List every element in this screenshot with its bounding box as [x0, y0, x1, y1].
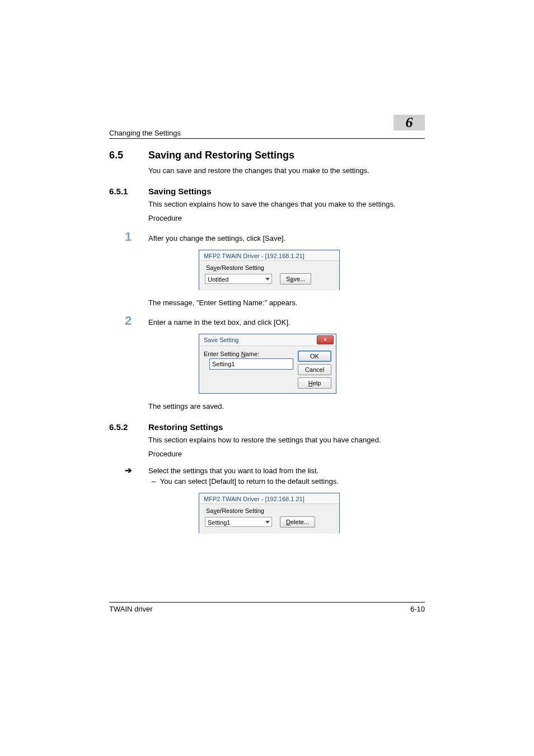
- window-body: Save/Restore Setting Setting1 Delete...: [199, 504, 339, 533]
- window-body: Save/Restore Setting Untitled Save...: [199, 261, 339, 290]
- enter-name-label: Enter Setting Name:: [204, 351, 293, 357]
- groupbox-label: Save/Restore Setting: [206, 507, 334, 514]
- combo-value: Setting1: [208, 519, 230, 526]
- footer-right: 6-10: [410, 605, 425, 613]
- setting-name-combo[interactable]: Setting1: [205, 517, 272, 527]
- step-text: Select the settings that you want to loa…: [148, 466, 425, 475]
- label-part: e/Restore Setting: [217, 507, 264, 514]
- btn-mnemonic: H: [308, 380, 313, 386]
- delete-button[interactable]: Delete...: [280, 516, 315, 528]
- setting-name-combo[interactable]: Untitled: [205, 274, 272, 284]
- label-part: e/Restore Setting: [217, 264, 264, 271]
- heading-6-5: 6.5 Saving and Restoring Settings: [109, 150, 425, 161]
- page-footer: TWAIN driver 6-10: [109, 602, 425, 613]
- step-result: The settings are saved.: [148, 402, 425, 412]
- setting-row: Setting1 Delete...: [205, 516, 334, 528]
- arrow-step: ➔ Select the settings that you want to l…: [109, 465, 425, 475]
- window-title: MFP2 TWAIN Driver - [192.168.1.21]: [199, 493, 339, 504]
- dialog-title: Save Setting: [204, 337, 238, 343]
- label-part: Sa: [206, 507, 213, 514]
- content-area: 6.5 Saving and Restoring Settings You ca…: [109, 143, 425, 541]
- heading-number: 6.5.2: [109, 422, 148, 432]
- chapter-badge: 6: [394, 115, 425, 130]
- section-intro: You can save and restore the changes tha…: [148, 166, 425, 176]
- heading-title: Saving Settings: [148, 186, 212, 196]
- footer-left: TWAIN driver: [109, 605, 153, 613]
- step-number: 2: [109, 314, 148, 328]
- heading-title: Restoring Settings: [148, 422, 223, 432]
- heading-6-5-2: 6.5.2 Restoring Settings: [109, 422, 425, 432]
- running-head-text: Changing the Settings: [109, 129, 181, 137]
- dialog-left: Enter Setting Name: Setting1: [204, 351, 293, 389]
- label-part: Enter Setting: [204, 351, 241, 357]
- figure-save-restore-save: MFP2 TWAIN Driver - [192.168.1.21] Save/…: [199, 250, 425, 290]
- groupbox-label: Save/Restore Setting: [206, 264, 334, 271]
- page: Changing the Settings 6 6.5 Saving and R…: [0, 0, 534, 756]
- twain-driver-window: MFP2 TWAIN Driver - [192.168.1.21] Save/…: [199, 493, 340, 533]
- ok-button[interactable]: OK: [298, 351, 331, 362]
- step-text: Enter a name in the text box, and click …: [148, 318, 425, 326]
- twain-driver-window: MFP2 TWAIN Driver - [192.168.1.21] Save/…: [199, 250, 340, 290]
- heading-6-5-1: 6.5.1 Saving Settings: [109, 186, 425, 196]
- dialog-titlebar: Save Setting x: [199, 334, 336, 346]
- btn-part: ve...: [293, 276, 305, 282]
- label-part: ame:: [246, 351, 259, 357]
- label-mnemonic: N: [241, 351, 246, 357]
- figure-save-setting-dialog: Save Setting x Enter Setting Name: Setti…: [199, 334, 425, 394]
- figure-save-restore-delete: MFP2 TWAIN Driver - [192.168.1.21] Save/…: [199, 493, 425, 533]
- btn-mnemonic: D: [286, 519, 291, 525]
- dialog-buttons: OK Cancel Help: [298, 351, 331, 389]
- step-text: After you change the settings, click [Sa…: [148, 234, 425, 242]
- step-1: 1 After you change the settings, click […: [109, 230, 425, 244]
- arrow-icon: ➔: [109, 465, 148, 475]
- heading-number: 6.5.1: [109, 186, 148, 196]
- heading-number: 6.5: [109, 150, 148, 161]
- section-intro: This section explains how to save the ch…: [148, 199, 425, 210]
- save-button[interactable]: Save...: [280, 273, 311, 284]
- btn-part: elp: [313, 380, 321, 386]
- section-intro: This section explains how to restore the…: [148, 435, 425, 446]
- step-number: 1: [109, 230, 148, 244]
- save-setting-dialog: Save Setting x Enter Setting Name: Setti…: [199, 334, 336, 394]
- step-2: 2 Enter a name in the text box, and clic…: [109, 314, 425, 328]
- setting-name-input[interactable]: Setting1: [209, 358, 293, 370]
- help-button[interactable]: Help: [298, 377, 331, 389]
- dialog-body: Enter Setting Name: Setting1 OK Cancel H…: [199, 346, 336, 393]
- procedure-label: Procedure: [148, 213, 425, 224]
- label-part: Sa: [206, 264, 213, 271]
- procedure-label: Procedure: [148, 449, 425, 460]
- combo-value: Untitled: [208, 276, 228, 283]
- running-head-rule: Changing the Settings: [109, 129, 425, 139]
- window-title: MFP2 TWAIN Driver - [192.168.1.21]: [199, 250, 339, 261]
- close-icon[interactable]: x: [317, 335, 334, 344]
- step-result: The message, "Enter Setting Name:" appea…: [148, 298, 425, 309]
- setting-row: Untitled Save...: [205, 273, 334, 284]
- heading-title: Saving and Restoring Settings: [148, 150, 294, 161]
- cancel-button[interactable]: Cancel: [298, 364, 331, 375]
- sub-note: You can select [Default] to return to th…: [160, 477, 425, 487]
- btn-part: elete...: [291, 519, 309, 525]
